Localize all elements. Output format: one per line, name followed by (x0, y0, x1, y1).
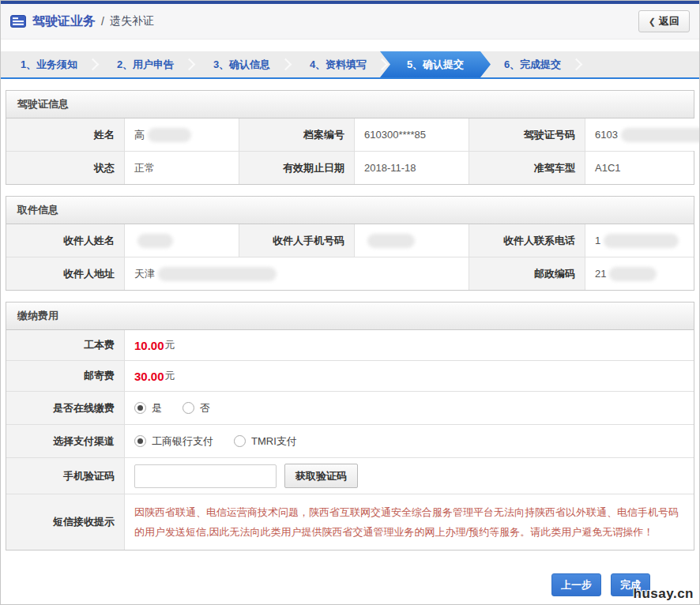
section-license-info: 驾驶证信息 姓名 高 档案编号 610300****85 驾驶证号码 6103 … (6, 90, 694, 185)
radio-option-yes[interactable]: 是 (134, 401, 162, 415)
radio-option-no[interactable]: 否 (183, 401, 210, 415)
table-row: 收件人地址 天津 邮政编码 21 (6, 257, 694, 290)
recipient-mobile-label: 收件人手机号码 (239, 224, 355, 257)
work-fee-row: 工本费 10.00 元 (6, 330, 694, 360)
redaction-blur (621, 128, 700, 142)
vehicle-type-value: A1C1 (585, 152, 694, 184)
step-3-confirm-info[interactable]: 3、确认信息 (194, 51, 290, 77)
work-fee-amount: 10.00 (134, 339, 164, 352)
step-label: 4、资料填写 (310, 58, 367, 72)
online-payment-label: 是否在线缴费 (6, 392, 125, 424)
section-payment: 缴纳费用 工本费 10.00 元 邮寄费 30.00 元 是否在线缴费 是 (6, 302, 694, 551)
radio-option-tmri-label: TMRI支付 (251, 434, 297, 449)
captcha-label: 手机验证码 (6, 458, 125, 494)
recipient-address-value-text: 天津 (134, 267, 155, 281)
sms-notice-row: 短信接收提示 因陕西省联通、电信运营商技术问题，陕西省互联网交通安全综合服务管理… (6, 494, 694, 550)
expiry-label: 有效期止日期 (239, 152, 355, 184)
get-code-button[interactable]: 获取验证码 (284, 464, 358, 488)
radio-unselected-icon[interactable] (183, 402, 194, 414)
payment-channel-row: 选择支付渠道 工商银行支付 TMRI支付 (6, 424, 694, 457)
recipient-mobile-value (355, 224, 469, 257)
post-fee-value: 30.00 元 (125, 361, 694, 391)
work-fee-label: 工本费 (6, 330, 125, 360)
section-pickup-info: 取件信息 收件人姓名 收件人手机号码 收件人联系电话 1 收件人地址 天津 邮政… (6, 196, 694, 291)
recipient-address-label: 收件人地址 (6, 257, 125, 290)
status-value-text: 正常 (134, 161, 155, 175)
redaction-blur (137, 234, 173, 248)
post-fee-row: 邮寄费 30.00 元 (6, 360, 694, 391)
redaction-blur (148, 128, 191, 142)
name-value: 高 (125, 118, 239, 151)
post-fee-unit: 元 (165, 369, 175, 383)
redaction-blur (604, 234, 679, 248)
radio-option-tmri[interactable]: TMRI支付 (234, 434, 297, 449)
step-4-fill-data[interactable]: 4、资料填写 (290, 51, 386, 77)
vehicle-type-value-text: A1C1 (595, 162, 621, 174)
form-list-icon (10, 15, 26, 28)
status-value: 正常 (125, 152, 239, 184)
back-button[interactable]: ❮ 返回 (638, 10, 690, 32)
section-title-pickup: 取件信息 (6, 197, 694, 224)
expiry-value: 2018-11-18 (355, 152, 469, 184)
recipient-phone-label: 收件人联系电话 (469, 224, 585, 257)
online-payment-row: 是否在线缴费 是 否 (6, 391, 694, 424)
recipient-name-value (125, 224, 239, 257)
captcha-field-area: 获取验证码 (125, 458, 694, 494)
breadcrumb-current: 遗失补证 (110, 14, 154, 28)
radio-option-yes-label: 是 (152, 401, 162, 415)
recipient-name-label: 收件人姓名 (6, 224, 125, 257)
work-fee-unit: 元 (165, 338, 175, 352)
radio-option-no-label: 否 (200, 401, 210, 415)
zip-code-value: 21 (585, 257, 694, 290)
online-payment-options: 是 否 (125, 392, 694, 424)
sms-notice-label: 短信接收提示 (6, 494, 125, 550)
radio-option-icbc[interactable]: 工商银行支付 (134, 434, 213, 449)
sms-notice-value: 因陕西省联通、电信运营商技术问题，陕西省互联网交通安全综合服务管理平台无法向持陕… (125, 494, 694, 550)
license-number-value-text: 6103 (595, 129, 618, 141)
step-label: 6、完成提交 (504, 58, 561, 72)
back-button-label: 返回 (659, 14, 679, 28)
chevron-left-icon: ❮ (649, 17, 656, 27)
table-row: 收件人姓名 收件人手机号码 收件人联系电话 1 (6, 224, 694, 257)
step-1-business-notice[interactable]: 1、业务须知 (1, 51, 97, 77)
file-number-value-text: 610300****85 (364, 129, 426, 141)
watermark: husay.cn (634, 586, 694, 602)
previous-step-button[interactable]: 上一步 (551, 573, 601, 596)
step-2-user-declaration[interactable]: 2、用户申告 (97, 51, 194, 77)
recipient-phone-value: 1 (585, 224, 694, 257)
section-title-payment: 缴纳费用 (6, 302, 694, 330)
header: 驾驶证业务 / 遗失补证 ❮ 返回 (1, 4, 699, 39)
payment-channel-label: 选择支付渠道 (6, 425, 125, 457)
step-progress-bar: 1、业务须知 2、用户申告 3、确认信息 4、资料填写 5、确认提交 6、完成提… (1, 51, 699, 79)
status-label: 状态 (6, 152, 125, 184)
radio-selected-icon[interactable] (134, 402, 146, 414)
breadcrumb-separator: / (101, 15, 104, 28)
recipient-phone-value-text: 1 (595, 235, 600, 246)
name-value-text: 高 (134, 128, 145, 142)
recipient-address-value: 天津 (125, 257, 469, 290)
captcha-input[interactable] (134, 464, 277, 488)
table-row: 状态 正常 有效期止日期 2018-11-18 准驾车型 A1C1 (6, 151, 694, 184)
post-fee-label: 邮寄费 (6, 361, 125, 391)
step-label: 1、业务须知 (21, 58, 77, 72)
step-6-finish-submit[interactable]: 6、完成提交 (484, 51, 581, 77)
work-fee-value: 10.00 元 (125, 330, 694, 360)
name-label: 姓名 (6, 118, 125, 151)
payment-channel-options: 工商银行支付 TMRI支付 (125, 425, 694, 457)
redaction-blur (367, 234, 415, 248)
step-5-confirm-submit[interactable]: 5、确认提交 (380, 51, 491, 77)
step-label: 2、用户申告 (117, 58, 174, 72)
table-row: 姓名 高 档案编号 610300****85 驾驶证号码 6103 (6, 118, 694, 151)
vehicle-type-label: 准驾车型 (469, 152, 585, 184)
radio-unselected-icon[interactable] (234, 435, 246, 447)
license-number-label: 驾驶证号码 (469, 118, 585, 151)
step-label: 3、确认信息 (213, 58, 270, 72)
radio-selected-icon[interactable] (134, 435, 146, 447)
section-title-license: 驾驶证信息 (6, 91, 694, 118)
zip-code-value-text: 21 (595, 268, 606, 280)
zip-code-label: 邮政编码 (469, 257, 585, 290)
license-number-value: 6103 (585, 118, 700, 151)
page: 驾驶证业务 / 遗失补证 ❮ 返回 1、业务须知 2、用户申告 3、确认信息 4… (0, 0, 700, 605)
sms-notice-text: 因陕西省联通、电信运营商技术问题，陕西省互联网交通安全综合服务管理平台无法向持陕… (134, 502, 683, 542)
captcha-row: 手机验证码 获取验证码 (6, 457, 694, 494)
